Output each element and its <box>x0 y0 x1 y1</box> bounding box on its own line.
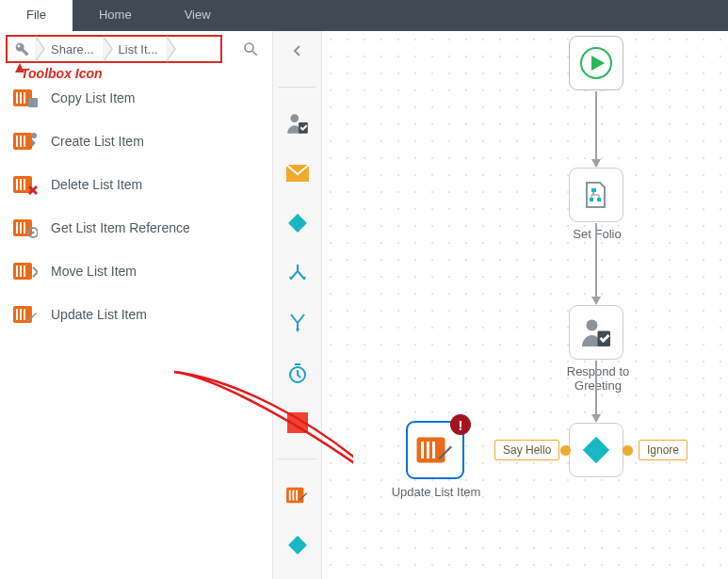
list-update-icon <box>13 303 38 326</box>
svg-rect-15 <box>24 179 25 190</box>
diamond-icon <box>579 433 613 467</box>
user-clipboard-icon <box>285 111 310 136</box>
output-port-left[interactable] <box>560 445 571 456</box>
toolbox-update-list-item[interactable]: Update List Item <box>0 297 272 332</box>
svg-rect-38 <box>292 491 294 501</box>
svg-rect-39 <box>296 491 298 501</box>
search-button[interactable] <box>235 35 267 63</box>
svg-rect-14 <box>20 179 22 190</box>
toolbox-item-label: Update List Item <box>51 307 147 322</box>
svg-rect-35 <box>287 412 308 433</box>
svg-rect-50 <box>427 442 429 458</box>
svg-rect-4 <box>20 92 22 104</box>
svg-rect-28 <box>20 309 22 320</box>
rail-stop[interactable] <box>283 409 313 437</box>
svg-rect-27 <box>16 309 18 320</box>
svg-rect-23 <box>16 265 18 277</box>
node-label: Set Folio <box>558 227 637 241</box>
svg-rect-13 <box>16 179 18 190</box>
rail-clienttask[interactable] <box>283 109 313 137</box>
output-port-right[interactable] <box>623 445 633 456</box>
annotation-label: Toolbox Icon <box>21 66 103 81</box>
toolbox-item-label: Get List Item Reference <box>51 220 190 235</box>
branch-label-sayhello[interactable]: Say Hello <box>494 440 559 460</box>
decision-node[interactable] <box>569 423 623 477</box>
toolbox-move-list-item[interactable]: Move List Item <box>0 253 272 289</box>
timer-icon <box>286 362 309 384</box>
list-update-icon <box>416 433 454 467</box>
rail-decision2[interactable] <box>283 531 313 559</box>
set-folio-node[interactable] <box>569 168 623 222</box>
toolbox-create-list-item[interactable]: Create List Item <box>0 123 272 159</box>
svg-rect-9 <box>20 136 22 147</box>
rail-collapse[interactable] <box>283 37 313 65</box>
stop-icon <box>287 412 308 433</box>
document-flow-icon <box>580 179 612 211</box>
svg-rect-49 <box>421 442 424 458</box>
list-icon <box>285 485 310 506</box>
split-icon <box>286 262 309 284</box>
svg-rect-17 <box>16 222 18 233</box>
svg-rect-5 <box>24 92 25 104</box>
svg-rect-18 <box>20 222 22 233</box>
branch-label-ignore[interactable]: Ignore <box>639 440 688 460</box>
rail-list[interactable] <box>283 481 313 509</box>
menu-view[interactable]: View <box>158 0 237 31</box>
svg-rect-42 <box>591 188 596 192</box>
toolbox-panel: Share... List It... Copy List Item Creat… <box>0 31 273 579</box>
toolbox-delete-list-item[interactable]: Delete List Item <box>0 167 272 202</box>
menu-home[interactable]: Home <box>73 0 158 31</box>
connector <box>595 91 597 167</box>
menu-bar: File Home View <box>0 0 728 31</box>
list-copy-icon <box>13 87 38 109</box>
toolbox-icon-crumb[interactable] <box>8 37 36 61</box>
respond-greeting-node[interactable] <box>569 305 623 360</box>
svg-rect-33 <box>288 214 307 233</box>
svg-point-21 <box>32 232 35 234</box>
svg-rect-8 <box>16 136 18 147</box>
svg-rect-43 <box>590 198 593 201</box>
toolbox-list: Copy List Item Create List Item Delete L… <box>0 67 272 346</box>
list-delete-icon <box>13 173 38 196</box>
svg-rect-51 <box>432 442 435 458</box>
merge-icon <box>286 312 309 334</box>
svg-rect-10 <box>24 136 25 147</box>
svg-point-0 <box>245 43 253 52</box>
error-badge: ! <box>450 414 471 435</box>
workflow-canvas[interactable]: Set Folio Respond to Greeting Say Hello … <box>322 31 728 579</box>
play-icon <box>580 47 612 79</box>
rail-split[interactable] <box>283 259 313 287</box>
toolbox-item-label: Move List Item <box>51 264 137 279</box>
rail-timer[interactable] <box>283 359 313 387</box>
category-rail <box>273 31 322 579</box>
start-node[interactable] <box>569 36 623 90</box>
search-icon <box>242 40 259 57</box>
wrench-icon <box>13 40 30 57</box>
rail-merge[interactable] <box>283 309 313 337</box>
list-ref-icon <box>13 217 38 239</box>
toolbox-copy-list-item[interactable]: Copy List Item <box>0 80 272 116</box>
svg-rect-44 <box>597 198 601 201</box>
svg-point-11 <box>31 133 37 138</box>
menu-file[interactable]: File <box>0 0 73 31</box>
svg-rect-19 <box>24 222 25 233</box>
arrowhead-icon <box>591 159 601 168</box>
toolbox-item-label: Create List Item <box>51 134 144 149</box>
list-create-icon <box>13 130 38 153</box>
svg-rect-47 <box>583 437 609 463</box>
rail-mail[interactable] <box>283 159 313 187</box>
rail-decision[interactable] <box>283 209 313 237</box>
svg-rect-25 <box>24 265 25 277</box>
connector <box>595 223 597 304</box>
breadcrumb-share[interactable]: Share... <box>36 37 104 61</box>
diamond-icon <box>285 533 310 557</box>
user-clipboard-icon <box>579 315 613 349</box>
connector <box>595 361 597 422</box>
svg-rect-40 <box>288 536 307 555</box>
arrowhead-icon <box>591 414 601 423</box>
node-label: Respond to Greeting <box>555 364 641 393</box>
svg-point-30 <box>290 114 299 122</box>
mail-icon <box>286 165 309 182</box>
toolbox-get-list-item-ref[interactable]: Get List Item Reference <box>0 210 272 246</box>
breadcrumb-listit[interactable]: List It... <box>104 37 168 61</box>
